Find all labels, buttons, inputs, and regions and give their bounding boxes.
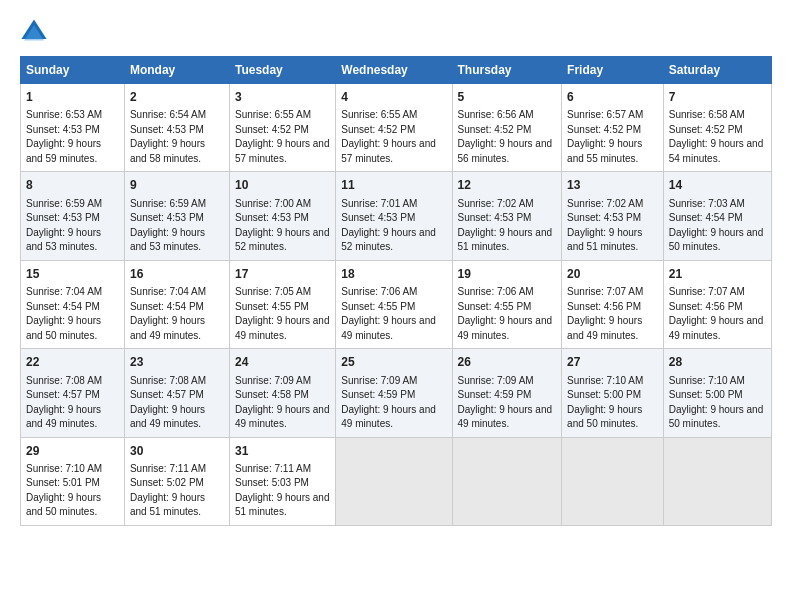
day-number: 9 [130, 177, 224, 194]
header-row: SundayMondayTuesdayWednesdayThursdayFrid… [21, 57, 772, 84]
day-cell: 12Sunrise: 7:02 AMSunset: 4:53 PMDayligh… [452, 172, 562, 260]
day-cell: 7Sunrise: 6:58 AMSunset: 4:52 PMDaylight… [663, 84, 771, 172]
col-header-monday: Monday [124, 57, 229, 84]
day-number: 21 [669, 266, 766, 283]
cell-content: Sunrise: 6:53 AMSunset: 4:53 PMDaylight:… [26, 108, 119, 166]
day-number: 31 [235, 443, 330, 460]
cell-content: Sunrise: 6:59 AMSunset: 4:53 PMDaylight:… [26, 197, 119, 255]
day-cell [452, 437, 562, 525]
header [20, 18, 772, 46]
day-cell: 13Sunrise: 7:02 AMSunset: 4:53 PMDayligh… [562, 172, 664, 260]
day-number: 8 [26, 177, 119, 194]
day-number: 25 [341, 354, 446, 371]
day-number: 18 [341, 266, 446, 283]
day-number: 13 [567, 177, 658, 194]
page: SundayMondayTuesdayWednesdayThursdayFrid… [0, 0, 792, 536]
day-cell: 5Sunrise: 6:56 AMSunset: 4:52 PMDaylight… [452, 84, 562, 172]
day-number: 27 [567, 354, 658, 371]
day-cell: 27Sunrise: 7:10 AMSunset: 5:00 PMDayligh… [562, 349, 664, 437]
col-header-friday: Friday [562, 57, 664, 84]
week-row-2: 8Sunrise: 6:59 AMSunset: 4:53 PMDaylight… [21, 172, 772, 260]
col-header-sunday: Sunday [21, 57, 125, 84]
week-row-3: 15Sunrise: 7:04 AMSunset: 4:54 PMDayligh… [21, 260, 772, 348]
week-row-1: 1Sunrise: 6:53 AMSunset: 4:53 PMDaylight… [21, 84, 772, 172]
cell-content: Sunrise: 7:05 AMSunset: 4:55 PMDaylight:… [235, 285, 330, 343]
day-number: 22 [26, 354, 119, 371]
calendar-table: SundayMondayTuesdayWednesdayThursdayFrid… [20, 56, 772, 526]
day-cell: 30Sunrise: 7:11 AMSunset: 5:02 PMDayligh… [124, 437, 229, 525]
cell-content: Sunrise: 6:57 AMSunset: 4:52 PMDaylight:… [567, 108, 658, 166]
day-cell: 20Sunrise: 7:07 AMSunset: 4:56 PMDayligh… [562, 260, 664, 348]
day-number: 26 [458, 354, 557, 371]
cell-content: Sunrise: 6:54 AMSunset: 4:53 PMDaylight:… [130, 108, 224, 166]
cell-content: Sunrise: 6:56 AMSunset: 4:52 PMDaylight:… [458, 108, 557, 166]
day-cell: 16Sunrise: 7:04 AMSunset: 4:54 PMDayligh… [124, 260, 229, 348]
cell-content: Sunrise: 7:09 AMSunset: 4:59 PMDaylight:… [341, 374, 446, 432]
day-cell: 3Sunrise: 6:55 AMSunset: 4:52 PMDaylight… [229, 84, 335, 172]
cell-content: Sunrise: 7:06 AMSunset: 4:55 PMDaylight:… [458, 285, 557, 343]
col-header-thursday: Thursday [452, 57, 562, 84]
cell-content: Sunrise: 7:04 AMSunset: 4:54 PMDaylight:… [130, 285, 224, 343]
cell-content: Sunrise: 7:10 AMSunset: 5:00 PMDaylight:… [567, 374, 658, 432]
col-header-wednesday: Wednesday [336, 57, 452, 84]
cell-content: Sunrise: 7:11 AMSunset: 5:02 PMDaylight:… [130, 462, 224, 520]
day-cell: 19Sunrise: 7:06 AMSunset: 4:55 PMDayligh… [452, 260, 562, 348]
day-cell: 2Sunrise: 6:54 AMSunset: 4:53 PMDaylight… [124, 84, 229, 172]
day-cell [663, 437, 771, 525]
day-cell: 23Sunrise: 7:08 AMSunset: 4:57 PMDayligh… [124, 349, 229, 437]
day-cell: 17Sunrise: 7:05 AMSunset: 4:55 PMDayligh… [229, 260, 335, 348]
day-cell: 28Sunrise: 7:10 AMSunset: 5:00 PMDayligh… [663, 349, 771, 437]
day-number: 5 [458, 89, 557, 106]
cell-content: Sunrise: 7:00 AMSunset: 4:53 PMDaylight:… [235, 197, 330, 255]
cell-content: Sunrise: 7:07 AMSunset: 4:56 PMDaylight:… [567, 285, 658, 343]
cell-content: Sunrise: 6:59 AMSunset: 4:53 PMDaylight:… [130, 197, 224, 255]
day-number: 19 [458, 266, 557, 283]
week-row-5: 29Sunrise: 7:10 AMSunset: 5:01 PMDayligh… [21, 437, 772, 525]
day-number: 2 [130, 89, 224, 106]
day-number: 15 [26, 266, 119, 283]
day-cell: 11Sunrise: 7:01 AMSunset: 4:53 PMDayligh… [336, 172, 452, 260]
logo [20, 18, 52, 46]
day-number: 29 [26, 443, 119, 460]
cell-content: Sunrise: 7:11 AMSunset: 5:03 PMDaylight:… [235, 462, 330, 520]
day-number: 30 [130, 443, 224, 460]
day-cell: 18Sunrise: 7:06 AMSunset: 4:55 PMDayligh… [336, 260, 452, 348]
day-cell: 6Sunrise: 6:57 AMSunset: 4:52 PMDaylight… [562, 84, 664, 172]
cell-content: Sunrise: 7:02 AMSunset: 4:53 PMDaylight:… [567, 197, 658, 255]
day-number: 28 [669, 354, 766, 371]
cell-content: Sunrise: 7:08 AMSunset: 4:57 PMDaylight:… [130, 374, 224, 432]
day-cell: 22Sunrise: 7:08 AMSunset: 4:57 PMDayligh… [21, 349, 125, 437]
day-cell: 4Sunrise: 6:55 AMSunset: 4:52 PMDaylight… [336, 84, 452, 172]
cell-content: Sunrise: 7:07 AMSunset: 4:56 PMDaylight:… [669, 285, 766, 343]
day-number: 23 [130, 354, 224, 371]
day-cell: 29Sunrise: 7:10 AMSunset: 5:01 PMDayligh… [21, 437, 125, 525]
day-number: 6 [567, 89, 658, 106]
day-number: 17 [235, 266, 330, 283]
day-number: 16 [130, 266, 224, 283]
week-row-4: 22Sunrise: 7:08 AMSunset: 4:57 PMDayligh… [21, 349, 772, 437]
day-cell [336, 437, 452, 525]
day-cell: 10Sunrise: 7:00 AMSunset: 4:53 PMDayligh… [229, 172, 335, 260]
day-number: 24 [235, 354, 330, 371]
day-cell: 21Sunrise: 7:07 AMSunset: 4:56 PMDayligh… [663, 260, 771, 348]
cell-content: Sunrise: 7:02 AMSunset: 4:53 PMDaylight:… [458, 197, 557, 255]
day-number: 20 [567, 266, 658, 283]
day-cell [562, 437, 664, 525]
day-cell: 26Sunrise: 7:09 AMSunset: 4:59 PMDayligh… [452, 349, 562, 437]
cell-content: Sunrise: 7:06 AMSunset: 4:55 PMDaylight:… [341, 285, 446, 343]
day-number: 3 [235, 89, 330, 106]
day-number: 12 [458, 177, 557, 194]
cell-content: Sunrise: 6:55 AMSunset: 4:52 PMDaylight:… [341, 108, 446, 166]
day-cell: 31Sunrise: 7:11 AMSunset: 5:03 PMDayligh… [229, 437, 335, 525]
cell-content: Sunrise: 7:08 AMSunset: 4:57 PMDaylight:… [26, 374, 119, 432]
day-cell: 24Sunrise: 7:09 AMSunset: 4:58 PMDayligh… [229, 349, 335, 437]
day-cell: 8Sunrise: 6:59 AMSunset: 4:53 PMDaylight… [21, 172, 125, 260]
cell-content: Sunrise: 7:10 AMSunset: 5:01 PMDaylight:… [26, 462, 119, 520]
day-cell: 1Sunrise: 6:53 AMSunset: 4:53 PMDaylight… [21, 84, 125, 172]
day-number: 11 [341, 177, 446, 194]
col-header-tuesday: Tuesday [229, 57, 335, 84]
day-number: 1 [26, 89, 119, 106]
day-cell: 14Sunrise: 7:03 AMSunset: 4:54 PMDayligh… [663, 172, 771, 260]
day-number: 14 [669, 177, 766, 194]
cell-content: Sunrise: 7:03 AMSunset: 4:54 PMDaylight:… [669, 197, 766, 255]
